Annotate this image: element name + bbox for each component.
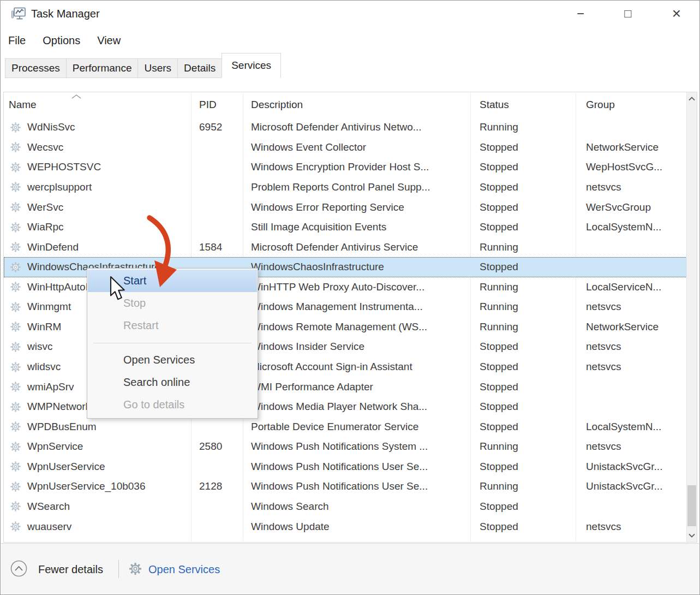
close-button[interactable]: × <box>660 2 693 26</box>
tab-performance[interactable]: Performance <box>66 58 139 78</box>
table-row[interactable]: WpnService2580Windows Push Notifications… <box>4 437 687 457</box>
context-menu-item-open-services[interactable]: Open Services <box>88 349 257 371</box>
service-name: wercplsupport <box>27 177 92 198</box>
table-row[interactable]: WEPHOSTSVCWindows Encryption Provider Ho… <box>4 157 687 177</box>
service-description: Microsoft Account Sign-in Assistant <box>251 357 412 377</box>
table-row[interactable]: WecsvcWindows Event CollectorStoppedNetw… <box>4 138 687 158</box>
service-status: Running <box>480 117 518 138</box>
service-name: wisvc <box>27 337 52 357</box>
fewer-details-toggle[interactable]: Fewer details <box>38 544 103 595</box>
vertical-scrollbar[interactable] <box>686 92 697 542</box>
table-row[interactable]: WiaRpcStill Image Acquisition EventsStop… <box>4 217 687 237</box>
service-description: WindowsChaosInfrastructure <box>251 257 384 277</box>
table-row[interactable]: WpnUserServiceWindows Push Notifications… <box>4 457 687 477</box>
tab-processes[interactable]: Processes <box>5 58 67 78</box>
service-name: WSearch <box>27 497 70 517</box>
context-menu-item-start[interactable]: Start <box>88 270 257 292</box>
table-row[interactable]: WdNisSvc6952Microsoft Defender Antivirus… <box>4 117 687 138</box>
service-status: Stopped <box>480 516 518 537</box>
service-pid: 1584 <box>199 237 222 257</box>
service-group: NetworkService <box>586 317 659 337</box>
column-header-name[interactable]: Name <box>9 92 37 117</box>
open-services-link[interactable]: Open Services <box>148 544 220 595</box>
context-menu-item-search-online[interactable]: Search online <box>88 371 257 394</box>
scroll-down-button[interactable] <box>687 530 697 541</box>
service-name: wlidsvc <box>27 357 61 377</box>
service-gear-icon <box>9 520 22 533</box>
service-pid: 2580 <box>199 437 222 457</box>
table-row[interactable]: WSearchWindows SearchStopped <box>4 497 687 517</box>
service-status: Stopped <box>480 157 518 177</box>
service-status: Stopped <box>480 177 518 198</box>
service-status: Stopped <box>480 397 518 417</box>
column-header-pid[interactable]: PID <box>199 92 217 117</box>
service-status: Stopped <box>480 377 518 397</box>
table-row[interactable]: WerSvcWindows Error Reporting ServiceSto… <box>4 197 687 217</box>
tab-users[interactable]: Users <box>137 58 178 78</box>
service-pid: 2128 <box>199 477 222 497</box>
scrollbar-thumb[interactable] <box>687 485 696 526</box>
column-header-group[interactable]: Group <box>586 92 615 117</box>
service-name: Winmgmt <box>27 297 71 317</box>
service-group: netsvcs <box>586 357 621 377</box>
service-icon <box>9 157 22 177</box>
service-status: Running <box>480 477 518 497</box>
menu-options[interactable]: Options <box>43 34 80 47</box>
service-gear-icon <box>9 341 22 353</box>
service-gear-icon <box>9 361 22 373</box>
service-icon <box>9 516 22 537</box>
service-group: LocalSystemN... <box>586 217 661 237</box>
table-row[interactable]: WpnUserService_10b0362128Windows Push No… <box>4 477 687 497</box>
service-icon <box>9 177 22 198</box>
service-description: Windows Event Collector <box>251 138 366 158</box>
scroll-up-button[interactable] <box>687 93 697 104</box>
footer-divider <box>118 560 119 578</box>
service-description: Problem Reports Control Panel Supp... <box>251 177 430 198</box>
service-group: WepHostSvcG... <box>586 157 662 177</box>
service-icon <box>9 138 22 158</box>
service-status: Running <box>480 237 518 257</box>
service-icon <box>9 357 22 377</box>
service-status: Stopped <box>480 497 518 517</box>
minimize-button[interactable]: − <box>564 2 597 26</box>
service-description: Microsoft Defender Antivirus Service <box>251 237 418 257</box>
service-gear-icon <box>9 241 22 253</box>
service-description: Microsoft Defender Antivirus Netwo... <box>251 117 422 138</box>
table-row[interactable]: WPDBusEnumPortable Device Enumerator Ser… <box>4 416 687 437</box>
fewer-details-chevron-icon[interactable] <box>10 560 27 577</box>
service-icon <box>9 437 22 457</box>
task-manager-app-icon <box>11 6 26 21</box>
tab-details[interactable]: Details <box>177 58 222 78</box>
service-icon <box>9 257 22 277</box>
table-row[interactable]: wuauservWindows UpdateStoppednetsvcs <box>4 516 687 537</box>
service-status: Stopped <box>480 197 518 217</box>
context-menu: StartStopRestartOpen ServicesSearch onli… <box>87 268 258 419</box>
menu-view[interactable]: View <box>97 34 121 47</box>
service-icon <box>9 377 22 397</box>
service-gear-icon <box>9 281 22 293</box>
table-row[interactable]: wercplsupportProblem Reports Control Pan… <box>4 177 687 198</box>
service-description: Windows Remote Management (WS... <box>251 317 427 337</box>
menu-bar: FileOptionsView <box>8 32 121 49</box>
service-group: netsvcs <box>586 437 621 457</box>
tab-services[interactable]: Services <box>222 53 281 78</box>
service-name: WpnUserService <box>27 457 105 477</box>
service-name: WiaRpc <box>27 217 64 237</box>
service-name: WpnUserService_10b036 <box>27 477 146 497</box>
footer-bar: Fewer details Open Services <box>1 543 699 594</box>
service-group: WerSvcGroup <box>586 197 651 217</box>
service-group: netsvcs <box>586 297 621 317</box>
service-description: Windows Push Notifications System ... <box>251 437 428 457</box>
service-icon <box>9 297 22 317</box>
service-gear-icon <box>9 401 22 413</box>
menu-file[interactable]: File <box>8 34 26 47</box>
table-row[interactable]: WinDefend1584Microsoft Defender Antiviru… <box>4 237 687 257</box>
maximize-button[interactable]: □ <box>611 2 645 26</box>
service-status: Running <box>480 437 518 457</box>
column-header-status[interactable]: Status <box>480 92 509 117</box>
service-status: Stopped <box>480 138 518 158</box>
service-gear-icon <box>9 441 22 453</box>
task-manager-window: Task Manager − □ × FileOptionsView Proce… <box>0 0 700 595</box>
context-menu-separator <box>93 343 252 343</box>
column-header-description[interactable]: Description <box>251 92 303 117</box>
